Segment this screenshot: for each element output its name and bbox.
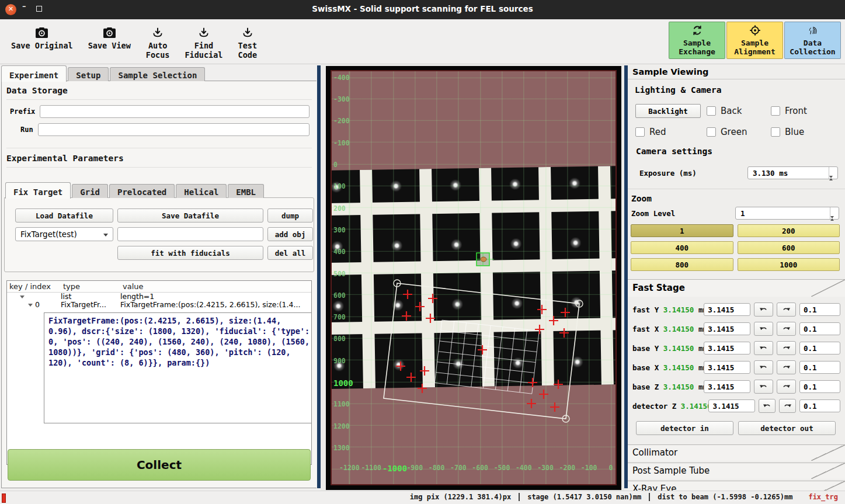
zoom-1-button[interactable]: 1 <box>631 224 733 237</box>
stage-target-input[interactable] <box>704 380 750 393</box>
green-checkbox[interactable] <box>707 127 716 137</box>
step-plus-button[interactable] <box>777 360 796 374</box>
object-name-input[interactable] <box>117 227 263 241</box>
undo-arrow-icon <box>759 383 768 391</box>
prefix-input[interactable] <box>40 105 310 118</box>
red-checkbox[interactable] <box>635 127 645 137</box>
step-size-input[interactable] <box>799 342 840 354</box>
zoom-200-button[interactable]: 200 <box>738 224 840 237</box>
fit-with-fiducials-button[interactable]: fit with fiducials <box>117 246 263 260</box>
subtab-fix-target[interactable]: Fix Target <box>5 182 71 199</box>
step-minus-button[interactable] <box>754 341 773 355</box>
tree-row-root[interactable]: list length=1 <box>7 293 311 301</box>
tab-sample-selection[interactable]: Sample Selection <box>110 67 205 81</box>
step-plus-button[interactable] <box>777 341 796 355</box>
spinner-arrows[interactable] <box>830 207 839 219</box>
stage-target-input[interactable] <box>704 322 750 335</box>
detector-in-button[interactable]: detector in <box>636 421 733 435</box>
exposure-input[interactable] <box>747 166 838 179</box>
test-code-button[interactable]: TestCode <box>231 22 265 61</box>
left-panel: ExperimentSetupSample Selection Data Sto… <box>0 64 321 491</box>
step-size-input[interactable] <box>799 361 840 374</box>
object-tree: key / index type value list length=1 0 F… <box>6 280 312 465</box>
step-minus-button[interactable] <box>754 303 773 317</box>
refresh-icon <box>691 25 703 38</box>
dump-button[interactable]: dump <box>267 208 313 223</box>
step-minus-button[interactable] <box>759 399 776 413</box>
section-post-sample-tube[interactable]: Post Sample Tube <box>628 463 845 479</box>
viewport-frame: -400-300-200-100010020030040050060070080… <box>326 66 621 490</box>
step-size-input[interactable] <box>799 380 840 393</box>
expander-icon[interactable] <box>28 304 33 307</box>
zoom-1000-button[interactable]: 1000 <box>738 258 840 271</box>
stage-axis-label: detector Z 3.14150 mm <box>632 402 705 411</box>
tab-experiment[interactable]: Experiment <box>1 65 67 82</box>
spinner-arrows[interactable] <box>829 167 837 179</box>
zoom-level-input[interactable] <box>735 207 839 220</box>
undo-arrow-icon <box>763 402 771 411</box>
save-original-button[interactable]: Save Original <box>4 22 81 51</box>
subtab-prelocated[interactable]: Prelocated <box>109 184 175 198</box>
toolbar-button-label: Save Original <box>11 41 73 50</box>
sample-viewing-title: Sample Viewing <box>628 64 845 79</box>
step-plus-button[interactable] <box>777 303 796 317</box>
stage-target-input[interactable] <box>704 361 750 374</box>
x-axis-tick-label: -1000 <box>382 464 404 473</box>
save-datafile-button[interactable]: Save Datafile <box>117 208 263 223</box>
auto-focus-button[interactable]: AutoFocus <box>138 22 178 61</box>
camera-icon <box>35 25 48 40</box>
subtab-helical[interactable]: Helical <box>176 184 227 198</box>
experiment-tab-content: Data Storage Prefix Run Experimental Par… <box>1 81 317 488</box>
step-plus-button[interactable] <box>777 380 796 394</box>
exposure-row: Exposure (ms) <box>639 166 838 179</box>
x-axis-tick-label: -500 <box>492 464 513 472</box>
section-x-ray-eye[interactable]: X-Ray Eye <box>628 481 845 491</box>
stage-target-input[interactable] <box>704 342 750 354</box>
y-axis-tick-label: 400 <box>333 248 346 256</box>
expander-icon[interactable] <box>20 296 25 298</box>
step-plus-button[interactable] <box>777 322 796 336</box>
step-size-input[interactable] <box>799 322 840 335</box>
camera-view[interactable]: -400-300-200-100010020030040050060070080… <box>331 70 617 485</box>
find-fiducial-button[interactable]: FindFiducial <box>177 22 230 61</box>
object-type-dropdown[interactable]: FixTarget(test) <box>15 227 113 241</box>
y-axis-tick-label: 500 <box>333 270 346 278</box>
add-obj-button[interactable]: add obj <box>267 227 313 241</box>
load-datafile-button[interactable]: Load Datafile <box>15 208 113 223</box>
backlight-button[interactable]: Backlight <box>635 104 701 118</box>
data-storage-title: Data Storage <box>6 86 312 100</box>
data-collection-button[interactable]: DataCollection <box>784 22 841 59</box>
green-checkbox-row: Green <box>707 127 771 137</box>
front-checkbox[interactable] <box>771 106 780 116</box>
sample-viewing-panel: Sample Viewing Lighting & Camera Backlig… <box>628 64 845 491</box>
y-axis-tick-label: -300 <box>333 95 350 103</box>
save-view-button[interactable]: Save View <box>81 22 138 51</box>
stage-readout: 3.14150 <box>681 402 712 411</box>
back-checkbox[interactable] <box>707 106 716 116</box>
run-input[interactable] <box>38 123 310 136</box>
zoom-600-button[interactable]: 600 <box>738 241 840 254</box>
zoom-800-button[interactable]: 800 <box>631 258 733 271</box>
step-plus-button[interactable] <box>779 399 796 413</box>
step-minus-button[interactable] <box>754 322 773 336</box>
stage-target-input[interactable] <box>708 399 755 412</box>
front-checkbox-row: Front <box>771 106 839 116</box>
detector-out-button[interactable]: detector out <box>738 421 836 435</box>
tab-setup[interactable]: Setup <box>68 67 109 81</box>
step-minus-button[interactable] <box>754 360 773 374</box>
stage-target-input[interactable] <box>704 303 750 316</box>
step-size-input[interactable] <box>799 303 840 316</box>
fast-stage-header[interactable]: Fast Stage <box>628 279 845 297</box>
zoom-400-button[interactable]: 400 <box>631 241 733 254</box>
tree-row-0[interactable]: 0 FixTargetFr... FixTargetFrame:(pos:(2.… <box>7 301 311 309</box>
collect-button[interactable]: Collect <box>8 449 311 481</box>
sample-alignment-button[interactable]: SampleAlignment <box>726 22 783 59</box>
step-size-input[interactable] <box>799 399 840 412</box>
del-all-button[interactable]: del all <box>267 246 313 260</box>
subtab-grid[interactable]: Grid <box>72 184 108 198</box>
step-minus-button[interactable] <box>754 380 773 394</box>
blue-checkbox[interactable] <box>771 127 780 137</box>
sample-exchange-button[interactable]: SampleExchange <box>669 22 725 59</box>
section-collimator[interactable]: Collimator <box>628 444 845 461</box>
subtab-embl[interactable]: EMBL <box>228 184 264 198</box>
